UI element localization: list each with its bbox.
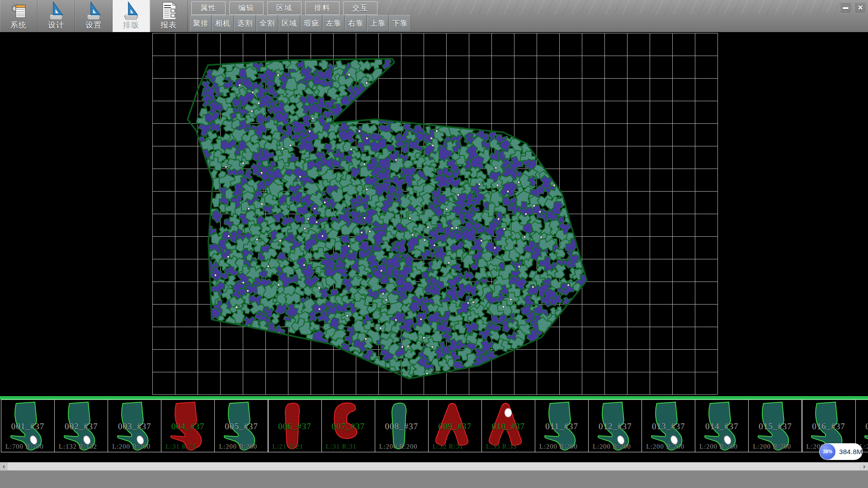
piece-name: 012_#37 bbox=[589, 422, 642, 432]
piece-name: 017_#37 bbox=[856, 422, 868, 432]
piece-lr-count: L:200 R:200 bbox=[219, 443, 257, 450]
nav-label: 排版 bbox=[113, 20, 150, 30]
thumbnail-cell[interactable]: 006_#37L:21 R:21 bbox=[268, 399, 322, 452]
nav-label: 报表 bbox=[150, 20, 187, 30]
nesting-canvas[interactable] bbox=[0, 32, 868, 396]
thumbnail-cell[interactable]: 001_#37L:700 R:700 bbox=[1, 399, 55, 452]
tool-4[interactable]: 全割 bbox=[256, 15, 278, 32]
minimize-button[interactable] bbox=[840, 2, 852, 14]
thumbnail-cell[interactable]: 014_#37L:200 R:200 bbox=[695, 399, 749, 452]
menu-2[interactable]: 编辑 bbox=[229, 1, 264, 15]
tool-7[interactable]: 左靠 bbox=[323, 15, 344, 32]
piece-name: 010_#37 bbox=[482, 422, 535, 432]
set-square-icon bbox=[84, 1, 104, 21]
set-square-icon bbox=[121, 1, 141, 21]
memory-value: 384.8M bbox=[839, 443, 863, 460]
thumbnail-cell[interactable]: 012_#37L:200 R:200 bbox=[588, 399, 642, 452]
piece-name: 005_#37 bbox=[215, 422, 268, 432]
tool-bar: 聚排相机选割全割区域瑕疵左靠右靠上靠下靠 bbox=[190, 15, 411, 32]
piece-name: 007_#37 bbox=[322, 422, 375, 432]
piece-name: 002_#37 bbox=[55, 422, 108, 432]
nav-button-4[interactable]: 排版 bbox=[113, 0, 150, 32]
menu-4[interactable]: 排料 bbox=[305, 1, 340, 15]
horizontal-scrollbar[interactable]: ‹ › bbox=[0, 462, 868, 470]
scroll-right-button[interactable]: › bbox=[860, 462, 868, 470]
gear-document-icon bbox=[9, 1, 28, 21]
piece-lr-count: L:31 R:31 bbox=[326, 443, 357, 450]
nav-button-5[interactable]: 报表 bbox=[150, 0, 188, 32]
app-window: { "window": {"minimize_glyph": "", "clos… bbox=[0, 0, 868, 488]
toolbar: 系统设计设置排版报表 属性编辑区域排料交互 聚排相机选割全割区域瑕疵左靠右靠上靠… bbox=[0, 0, 868, 33]
tool-9[interactable]: 上靠 bbox=[367, 15, 389, 32]
thumbnail-cell[interactable]: 015_#37L:200 R:200 bbox=[748, 399, 802, 452]
thumbnail-cell[interactable]: 010_#37L:33 R:33 bbox=[481, 399, 535, 452]
window-controls: × bbox=[840, 2, 866, 14]
nav-label: 系统 bbox=[0, 20, 37, 30]
piece-lr-count: L:200 R:200 bbox=[646, 443, 684, 450]
thumbnail-cell[interactable]: 013_#37L:200 R:200 bbox=[642, 399, 695, 452]
nav-button-2[interactable]: 设计 bbox=[38, 0, 75, 32]
piece-name: 014_#37 bbox=[695, 422, 748, 432]
toolbar-texture bbox=[374, 0, 840, 14]
piece-name: 003_#37 bbox=[108, 422, 161, 432]
piece-name: 008_#37 bbox=[375, 422, 428, 432]
piece-lr-count: L:31 R:31 bbox=[165, 443, 196, 450]
piece-name: 009_#37 bbox=[429, 422, 481, 432]
tool-8[interactable]: 右靠 bbox=[345, 15, 367, 32]
main-nav: 系统设计设置排版报表 bbox=[0, 0, 188, 32]
piece[interactable] bbox=[369, 66, 386, 85]
menu-5[interactable]: 交互 bbox=[343, 1, 377, 15]
tool-2[interactable]: 相机 bbox=[212, 15, 234, 32]
close-button[interactable]: × bbox=[854, 2, 866, 14]
piece-lr-count: L:32 R:31 bbox=[433, 443, 463, 450]
strip-separator bbox=[0, 396, 868, 399]
piece-lr-count: L:200 R:200 bbox=[753, 443, 791, 450]
thumbnail-cell[interactable]: 008_#37L:200 R:200 bbox=[375, 399, 429, 452]
report-icon bbox=[159, 1, 179, 21]
thumbnail-cell[interactable]: 005_#37L:200 R:200 bbox=[214, 399, 268, 452]
menu-3[interactable]: 区域 bbox=[267, 1, 302, 15]
thumbnail-cell[interactable]: 004_#37L:31 R:31 bbox=[161, 399, 215, 452]
nav-button-3[interactable]: 设置 bbox=[75, 0, 113, 32]
thumbnail-cell[interactable]: 002_#37L:132 R:132 bbox=[54, 399, 108, 452]
thumbnail-cell[interactable]: 007_#37L:31 R:31 bbox=[321, 399, 375, 452]
menu-bar: 属性编辑区域排料交互 bbox=[191, 1, 381, 14]
piece-name: 004_#37 bbox=[161, 422, 214, 432]
minimize-icon bbox=[843, 7, 849, 9]
tool-10[interactable]: 下靠 bbox=[389, 15, 411, 32]
tool-3[interactable]: 选割 bbox=[234, 15, 256, 32]
thumbnail-cell[interactable]: 011_#37L:200 R:200 bbox=[535, 399, 589, 452]
piece-lr-count: L:200 R:200 bbox=[379, 443, 418, 450]
tool-1[interactable]: 聚排 bbox=[190, 15, 212, 32]
nesting-drawing bbox=[0, 32, 868, 396]
nav-button-1[interactable]: 系统 bbox=[0, 0, 38, 32]
piece-name: 011_#37 bbox=[535, 422, 588, 432]
piece-lr-count: L:200 R:200 bbox=[112, 443, 151, 450]
piece-lr-count: L:200 R:200 bbox=[593, 443, 631, 450]
tool-5[interactable]: 区域 bbox=[278, 15, 300, 32]
status-bar bbox=[0, 470, 868, 488]
piece-thumbnail-strip: 001_#37L:700 R:700002_#37L:132 R:132003_… bbox=[0, 399, 868, 453]
thumbnail-cell[interactable]: 003_#37L:200 R:200 bbox=[108, 399, 161, 452]
scrollbar-thumb[interactable] bbox=[8, 463, 859, 470]
thumbnail-cell[interactable]: 009_#37L:32 R:31 bbox=[428, 399, 482, 452]
piece-name: 006_#37 bbox=[269, 422, 321, 432]
memory-badge: 38% 384.8M bbox=[819, 443, 863, 460]
piece-lr-count: L:33 R:33 bbox=[486, 443, 517, 450]
tool-6[interactable]: 瑕疵 bbox=[301, 15, 322, 32]
piece-lr-count: L:21 R:21 bbox=[273, 443, 303, 450]
set-square-icon bbox=[46, 1, 66, 21]
nested-pieces bbox=[195, 53, 592, 381]
piece-name: 015_#37 bbox=[749, 422, 802, 432]
piece-lr-count: L:200 R:200 bbox=[699, 443, 738, 450]
piece-name: 016_#37 bbox=[802, 422, 855, 432]
menu-1[interactable]: 属性 bbox=[191, 1, 226, 15]
progress-circle: 38% bbox=[820, 444, 835, 460]
piece-name: 013_#37 bbox=[642, 422, 695, 432]
close-icon: × bbox=[855, 3, 866, 13]
piece-lr-count: L:132 R:132 bbox=[59, 443, 97, 450]
nav-label: 设置 bbox=[75, 20, 112, 30]
scroll-left-button[interactable]: ‹ bbox=[0, 462, 8, 470]
piece-name: 001_#37 bbox=[1, 422, 54, 432]
piece-lr-count: L:700 R:700 bbox=[5, 443, 44, 450]
